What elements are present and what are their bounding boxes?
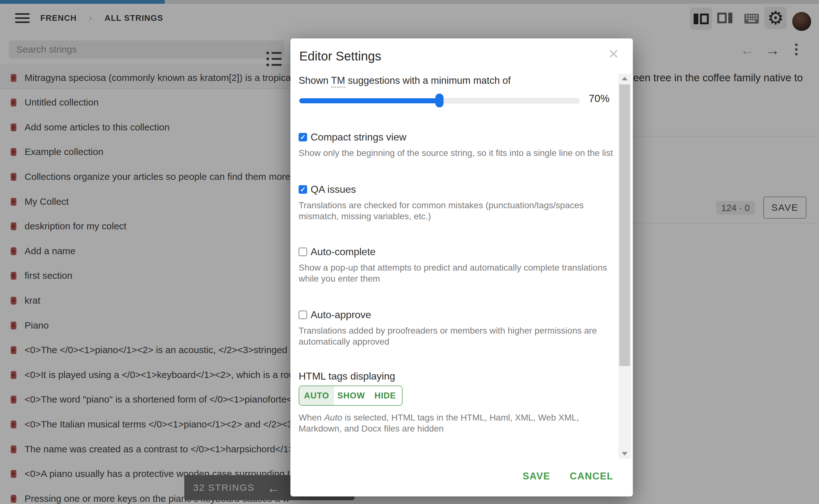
tm-match-slider[interactable] (299, 98, 580, 103)
scrollbar-thumb[interactable] (619, 84, 630, 366)
qa-issues-checkbox[interactable]: ✓ (299, 185, 307, 194)
auto-complete-description: Show a pop-up that attempts to predict a… (299, 262, 615, 284)
close-icon[interactable]: ✕ (608, 47, 619, 62)
slider-fill (299, 98, 440, 103)
qa-issues-label[interactable]: QA issues (311, 184, 356, 195)
html-tags-segmented-control: AUTO SHOW HIDE (299, 386, 403, 406)
html-tags-heading: HTML tags displaying (299, 370, 395, 382)
auto-approve-description: Translations added by proofreaders or me… (299, 325, 615, 347)
auto-approve-checkbox[interactable]: ✓ (299, 311, 307, 319)
scroll-down-icon[interactable] (622, 452, 627, 455)
qa-issues-description: Translations are checked for common mist… (299, 200, 615, 222)
modal-scrollbar[interactable] (618, 74, 631, 459)
tm-match-value: 70% (589, 93, 610, 105)
auto-complete-checkbox[interactable]: ✓ (299, 248, 307, 256)
app-window: FRENCH › ALL STRINGS ⚙ (0, 0, 819, 504)
compact-strings-description: Show only the beginning of the source st… (299, 147, 615, 158)
html-tags-option-auto[interactable]: AUTO (299, 386, 334, 405)
modal-cancel-button[interactable]: CANCEL (570, 471, 613, 482)
modal-save-button[interactable]: SAVE (523, 471, 550, 482)
html-tags-option-show[interactable]: SHOW (334, 386, 369, 405)
tm-suggestions-label: Shown TM suggestions with a minimum matc… (299, 75, 511, 86)
auto-complete-label[interactable]: Auto-complete (311, 246, 375, 258)
compact-strings-label[interactable]: Compact strings view (311, 131, 406, 143)
tm-abbr: TM (331, 75, 345, 88)
editor-settings-modal: Editor Settings ✕ Shown TM suggestions w… (290, 38, 633, 496)
compact-strings-checkbox[interactable]: ✓ (299, 133, 307, 141)
scroll-up-icon[interactable] (622, 77, 627, 80)
html-tags-option-hide[interactable]: HIDE (369, 386, 402, 405)
auto-approve-label[interactable]: Auto-approve (311, 309, 371, 321)
modal-title: Editor Settings (299, 49, 381, 63)
html-tags-description: When Auto is selected, HTML tags in the … (299, 412, 615, 434)
slider-thumb[interactable] (435, 94, 444, 107)
